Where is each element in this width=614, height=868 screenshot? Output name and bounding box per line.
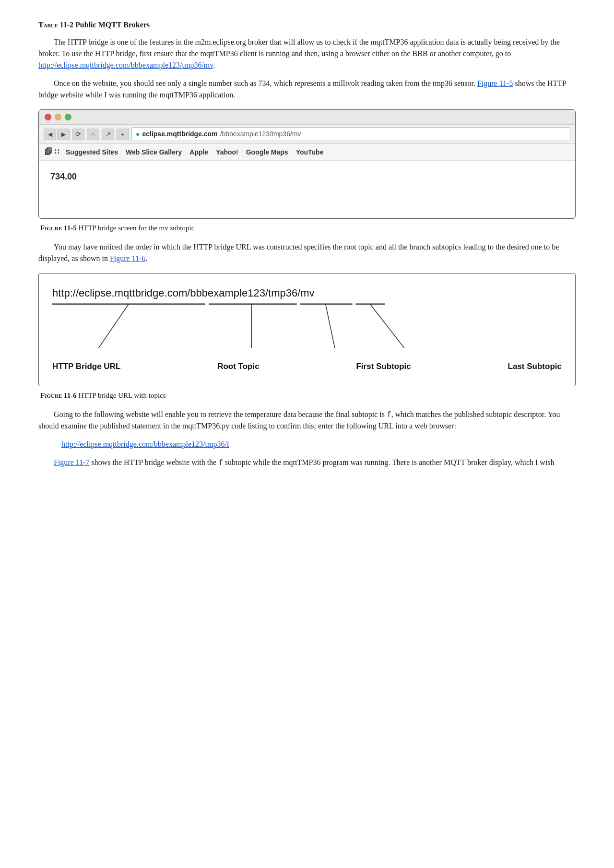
- browser-content: 734.00: [39, 161, 575, 218]
- code-f-inline: f: [387, 410, 391, 419]
- figure6-ref-link[interactable]: Figure 11-6: [110, 254, 146, 262]
- bookmark-web-slice-gallery[interactable]: Web Slice Gallery: [126, 147, 182, 157]
- label-first-subtopic: First Subtopic: [356, 360, 411, 373]
- label-http-bridge: HTTP Bridge URL: [52, 360, 120, 373]
- browser-navbar: ◀ ▶ ⟳ ⌂ ↗ + ● eclipse.mqttbridge.com/bbb…: [39, 125, 575, 144]
- svg-line-4: [99, 304, 129, 348]
- bookmarks-icon-group: 🗐 ∷: [45, 146, 58, 158]
- link2-paragraph: http://eclipse.mqttbridge.com/bbbexample…: [61, 439, 576, 450]
- refresh-button[interactable]: ⟳: [72, 129, 84, 140]
- address-path: /bbbexample123/tmp36/mv: [220, 129, 301, 139]
- diagram-url-text: http://eclipse.mqttbridge.com/bbbexample…: [52, 287, 315, 299]
- paragraph-2: Once on the website, you should see only…: [38, 78, 576, 101]
- forward-button[interactable]: ▶: [57, 129, 70, 140]
- browser-titlebar: [39, 110, 575, 125]
- diagram-lines-area: [52, 301, 562, 358]
- bookmark-apple[interactable]: Apple: [189, 147, 208, 157]
- label-root-topic: Root Topic: [217, 360, 260, 373]
- browser-bookmarks-bar: 🗐 ∷ Suggested Sites Web Slice Gallery Ap…: [39, 144, 575, 161]
- bookmark-suggested-sites[interactable]: Suggested Sites: [66, 147, 118, 157]
- nav-back-forward-group: ◀ ▶: [44, 129, 70, 140]
- label-last-subtopic: Last Subtopic: [508, 360, 562, 373]
- traffic-light-yellow[interactable]: [55, 114, 61, 120]
- traffic-light-green[interactable]: [65, 114, 71, 120]
- home-button[interactable]: ⌂: [87, 129, 99, 140]
- grid-icon[interactable]: ∷: [54, 146, 58, 158]
- traffic-light-red[interactable]: [45, 114, 51, 120]
- paragraph-4: Going to the following website will enab…: [38, 409, 576, 432]
- browser-value: 734.00: [50, 172, 77, 181]
- browser-screenshot-figure5: ◀ ▶ ⟳ ⌂ ↗ + ● eclipse.mqttbridge.com/bbb…: [38, 109, 576, 219]
- diagram-labels-row: HTTP Bridge URL Root Topic First Subtopi…: [52, 360, 562, 373]
- figure5-caption: Figure 11-5 HTTP bridge screen for the m…: [38, 223, 576, 234]
- address-bar[interactable]: ● eclipse.mqttbridge.com/bbbexample123/t…: [131, 127, 570, 141]
- bookmark-yahoo[interactable]: Yahoo!: [216, 147, 238, 157]
- diagram-svg: [52, 301, 562, 358]
- address-domain: eclipse.mqttbridge.com: [142, 129, 217, 139]
- paragraph-1: The HTTP bridge is one of the features i…: [38, 36, 576, 71]
- share-button[interactable]: ↗: [102, 129, 114, 140]
- figure5-ref-link[interactable]: Figure 11-5: [477, 79, 513, 87]
- figure7-ref-link[interactable]: Figure 11-7: [54, 458, 90, 466]
- svg-line-6: [326, 304, 335, 348]
- diagram-figure6: http://eclipse.mqttbridge.com/bbbexample…: [38, 273, 576, 387]
- bookmark-youtube[interactable]: YouTube: [296, 147, 324, 157]
- diagram-url-row: http://eclipse.mqttbridge.com/bbbexample…: [52, 285, 562, 301]
- back-button[interactable]: ◀: [44, 129, 56, 140]
- link-mqtt-mv[interactable]: http://eclipse.mqttbridge.com/bbbexample…: [38, 61, 213, 69]
- paragraph-3: You may have noticed the order in which …: [38, 241, 576, 264]
- svg-line-7: [370, 304, 404, 348]
- table-heading: Table 11-2 Public MQTT Brokers: [38, 19, 576, 31]
- code-f-inline-2: f: [218, 458, 223, 467]
- reading-list-icon[interactable]: 🗐: [45, 146, 52, 158]
- figure6-caption: Figure 11-6 HTTP bridge URL with topics: [38, 390, 576, 401]
- bookmark-google-maps[interactable]: Google Maps: [246, 147, 288, 157]
- link-mqtt-f[interactable]: http://eclipse.mqttbridge.com/bbbexample…: [61, 440, 229, 448]
- add-tab-button[interactable]: +: [117, 129, 129, 140]
- paragraph-5: Figure 11-7 shows the HTTP bridge websit…: [38, 457, 576, 468]
